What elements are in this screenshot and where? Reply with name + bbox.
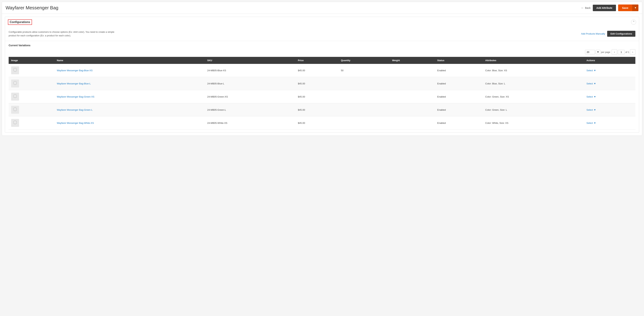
edit-configurations-button[interactable]: Edit Configurations	[607, 31, 636, 37]
save-dropdown-icon: ▼	[634, 7, 637, 9]
add-attribute-button[interactable]: Add Attribute	[593, 5, 616, 11]
cell-image	[8, 116, 54, 129]
cell-sku: 24-MB05-Green-XS	[205, 90, 296, 103]
cell-actions: Select ▼	[584, 77, 636, 90]
col-sku: SKU	[205, 57, 296, 64]
select-action[interactable]: Select ▼	[586, 108, 633, 111]
config-description: Configurable products allow customers to…	[5, 27, 639, 41]
product-name-link[interactable]: Wayfarer Messenger Bag-Green-XS	[57, 95, 94, 98]
table-body: Wayfarer Messenger Bag-Blue-XS 24-MB05-B…	[8, 64, 636, 129]
table-row: Wayfarer Messenger Bag-Blue-L 24-MB05-Bl…	[8, 77, 636, 90]
col-actions: Actions	[584, 57, 636, 64]
select-label: Select	[586, 82, 593, 85]
save-button[interactable]: Save	[618, 5, 632, 11]
cell-attributes: Color: Green, Size: L	[483, 103, 584, 116]
cell-status: Enabled	[435, 90, 483, 103]
cell-weight	[390, 77, 435, 90]
product-image	[11, 93, 19, 101]
col-weight: Weight	[390, 57, 435, 64]
page-header: Wayfarer Messenger Bag ← Back Add Attrib…	[2, 2, 642, 14]
per-page-dropdown-button[interactable]: ▼	[596, 50, 600, 54]
cell-sku: 24-MB05-White-XS	[205, 116, 296, 129]
select-action[interactable]: Select ▼	[586, 82, 633, 85]
select-chevron-icon: ▼	[594, 122, 596, 124]
current-variations-title: Current Variations	[8, 44, 636, 47]
select-chevron-icon: ▼	[594, 95, 596, 98]
magento-logo-icon	[13, 81, 17, 86]
magento-logo-icon	[13, 68, 17, 73]
cell-status: Enabled	[435, 103, 483, 116]
table-row: Wayfarer Messenger Bag-Green-XS 24-MB05-…	[8, 90, 636, 103]
page-wrapper: Wayfarer Messenger Bag ← Back Add Attrib…	[2, 2, 642, 136]
cell-name: Wayfarer Messenger Bag-Blue-L	[54, 77, 205, 90]
cell-status: Enabled	[435, 64, 483, 77]
cell-quantity	[338, 103, 390, 116]
select-label: Select	[586, 69, 593, 72]
page-number-input[interactable]	[618, 50, 624, 54]
select-action[interactable]: Select ▼	[586, 69, 633, 72]
config-desc-text: Configurable products allow customers to…	[8, 30, 116, 37]
magento-logo-icon	[13, 94, 17, 99]
per-page-input[interactable]	[585, 50, 595, 54]
cell-actions: Select ▼	[584, 64, 636, 77]
cell-status: Enabled	[435, 77, 483, 90]
pagination-bar: ▼ per page ‹ of 1 ›	[8, 49, 636, 55]
cell-image	[8, 64, 54, 77]
col-attributes: Attributes	[483, 57, 584, 64]
table-row: Wayfarer Messenger Bag-White-XS 24-MB05-…	[8, 116, 636, 129]
col-price: Price	[296, 57, 338, 64]
save-dropdown-button[interactable]: ▼	[632, 5, 638, 11]
back-arrow-icon: ←	[581, 6, 584, 10]
cell-name: Wayfarer Messenger Bag-Green-XS	[54, 90, 205, 103]
select-action[interactable]: Select ▼	[586, 122, 633, 124]
magento-logo-icon	[13, 107, 17, 112]
select-chevron-icon: ▼	[594, 82, 596, 85]
col-image: Image	[8, 57, 54, 64]
col-status: Status	[435, 57, 483, 64]
product-image	[11, 80, 19, 87]
back-link[interactable]: ← Back	[581, 6, 591, 10]
select-label: Select	[586, 95, 593, 98]
back-label: Back	[585, 7, 591, 9]
product-name-link[interactable]: Wayfarer Messenger Bag-Blue-L	[57, 82, 91, 85]
cell-name: Wayfarer Messenger Bag-Blue-XS	[54, 64, 205, 77]
prev-page-button[interactable]: ‹	[612, 49, 617, 55]
add-products-manually-link[interactable]: Add Products Manually	[581, 32, 605, 35]
product-name-link[interactable]: Wayfarer Messenger Bag-Blue-XS	[57, 69, 92, 72]
product-image	[11, 119, 19, 127]
per-page-label: per page	[601, 51, 610, 53]
table-row: Wayfarer Messenger Bag-Green-L 24-MB05-G…	[8, 103, 636, 116]
cell-attributes: Color: Blue, Size: L	[483, 77, 584, 90]
cell-quantity	[338, 90, 390, 103]
next-page-button[interactable]: ›	[630, 49, 636, 55]
cell-weight	[390, 64, 435, 77]
current-variations-section: Current Variations ▼ per page ‹ of 1 ›	[5, 41, 639, 132]
product-name-link[interactable]: Wayfarer Messenger Bag-Green-L	[57, 108, 92, 111]
cell-status: Enabled	[435, 116, 483, 129]
page-title: Wayfarer Messenger Bag	[6, 5, 58, 11]
cell-price: $45.00	[296, 103, 338, 116]
cell-price: $45.00	[296, 90, 338, 103]
cell-price: $45.00	[296, 64, 338, 77]
page-nav: ‹ of 1 ›	[612, 49, 636, 55]
save-button-group: Save ▼	[618, 5, 638, 11]
table-row: Wayfarer Messenger Bag-Blue-XS 24-MB05-B…	[8, 64, 636, 77]
col-quantity: Quantity	[338, 57, 390, 64]
section-collapse-button[interactable]: ⌃	[631, 20, 636, 25]
cell-sku: 24-MB05-Blue-XS	[205, 64, 296, 77]
table-header-row: Image Name SKU Price Quantity Weight Sta…	[8, 57, 636, 64]
header-actions: ← Back Add Attribute Save ▼	[581, 5, 638, 11]
product-image	[11, 66, 19, 74]
cell-actions: Select ▼	[584, 90, 636, 103]
cell-image	[8, 77, 54, 90]
cell-weight	[390, 116, 435, 129]
select-chevron-icon: ▼	[594, 108, 596, 111]
product-name-link[interactable]: Wayfarer Messenger Bag-White-XS	[57, 122, 94, 124]
select-action[interactable]: Select ▼	[586, 95, 633, 98]
cell-price: $45.00	[296, 77, 338, 90]
config-desc-actions: Add Products Manually Edit Configuration…	[581, 31, 636, 37]
of-label: of 1	[625, 51, 629, 53]
cell-sku: 24-MB05-Blue-L	[205, 77, 296, 90]
section-title: Configurations	[8, 20, 32, 25]
cell-name: Wayfarer Messenger Bag-White-XS	[54, 116, 205, 129]
